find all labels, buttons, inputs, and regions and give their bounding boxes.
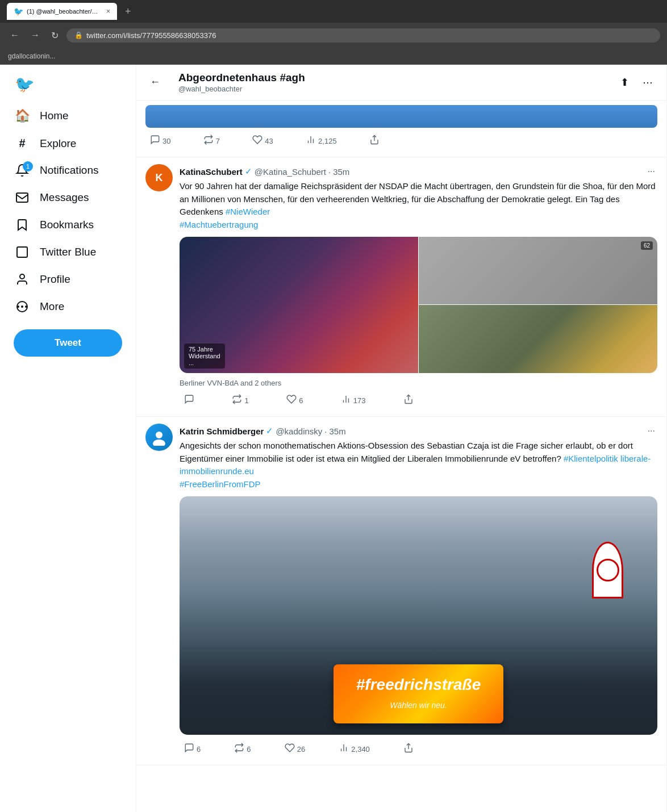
tweet-katina: K KatinaSchubert ✓ @Katina_Schubert · 35…: [136, 157, 666, 417]
view-button-katrin[interactable]: 2,340: [334, 740, 374, 758]
first-tweet-retweet-count: 7: [216, 137, 220, 145]
tweet-actions-katrin: 6 6: [180, 740, 418, 758]
username-katrin[interactable]: @kaddinsky: [276, 426, 322, 436]
address-bar[interactable]: 🔒 twitter.com/i/lists/777955586638053376: [66, 28, 660, 43]
sidebar-label-messages: Messages: [40, 191, 89, 204]
view-count-katrin: 2,340: [351, 745, 370, 754]
sidebar-label-more: More: [40, 300, 64, 313]
sidebar-item-bookmarks[interactable]: Bookmarks: [7, 211, 129, 238]
verified-icon-katrin: ✓: [266, 426, 273, 436]
retweet-button-katrin[interactable]: 6: [230, 740, 255, 758]
first-tweet-view-button[interactable]: 2,125: [301, 132, 341, 150]
new-tab-button[interactable]: +: [122, 6, 135, 18]
twitter-logo[interactable]: 🐦: [7, 69, 129, 99]
comment-icon: [150, 135, 160, 148]
sidebar-item-home[interactable]: 🏠 Home: [7, 102, 129, 130]
sidebar-item-profile[interactable]: Profile: [7, 266, 129, 293]
image-katrin[interactable]: #freedrichstraßeWählen wir neu.: [180, 496, 657, 735]
first-tweet-share-button[interactable]: [365, 132, 384, 150]
explore-icon: #: [15, 137, 30, 150]
sidebar-item-messages[interactable]: Messages: [7, 184, 129, 211]
image-bottom-right-katina[interactable]: [419, 305, 658, 373]
comment-icon: [184, 743, 194, 756]
browser-tab[interactable]: 🐦 (1) @wahl_beobachter/A... ×: [7, 3, 117, 20]
back-to-list-button[interactable]: ←: [145, 72, 165, 93]
url-text: twitter.com/i/lists/777955586638053376: [86, 31, 216, 40]
like-count-katrin: 26: [297, 745, 305, 754]
retweet-button-katina[interactable]: 1: [227, 392, 253, 409]
tab-favicon-icon: 🐦: [14, 7, 23, 16]
comment-count-katrin: 6: [197, 745, 201, 754]
share-icon: [403, 743, 414, 756]
tweet-more-katina[interactable]: ···: [645, 164, 657, 179]
display-name-katina[interactable]: KatinaSchubert: [180, 167, 243, 177]
share-icon: [369, 135, 380, 148]
view-button-katina[interactable]: 173: [336, 392, 370, 409]
content-area: ← Abgeordnetenhaus #agh @wahl_beobachter…: [136, 65, 667, 812]
sidebar-label-profile: Profile: [40, 273, 70, 286]
comment-button-katina[interactable]: [180, 392, 199, 409]
tab-close-button[interactable]: ×: [106, 7, 110, 15]
tweet-button[interactable]: Tweet: [14, 329, 122, 357]
sidebar-item-explore[interactable]: # Explore: [7, 130, 129, 157]
sidebar-item-more[interactable]: More: [7, 293, 129, 320]
svg-point-16: [153, 440, 165, 446]
svg-point-15: [156, 432, 162, 438]
hashtag1-katina[interactable]: #NieWieder: [226, 207, 270, 216]
retweet-icon: [232, 394, 242, 407]
hashtag1-katrin[interactable]: #FreeBerlinFromFDP: [180, 479, 261, 489]
retweet-count-katrin: 6: [247, 745, 251, 754]
svg-point-2: [20, 274, 24, 279]
share-button-katrin[interactable]: [399, 740, 418, 758]
reload-button[interactable]: ↻: [48, 28, 62, 43]
list-title: Abgeordnetenhaus #agh: [178, 72, 305, 85]
avatar-katina[interactable]: K: [145, 164, 173, 191]
first-tweet-like-button[interactable]: 43: [248, 132, 277, 150]
image-top-right-katina[interactable]: 62: [419, 237, 658, 305]
first-tweet-comment-button[interactable]: 30: [145, 132, 175, 150]
verified-icon-katina: ✓: [245, 166, 252, 177]
twitter-blue-icon: [15, 245, 30, 259]
share-list-button[interactable]: ⬆: [616, 72, 633, 93]
like-button-katrin[interactable]: 26: [280, 740, 310, 758]
extension-item[interactable]: gdallocationin...: [8, 52, 55, 60]
username-katina[interactable]: @Katina_Schubert: [255, 167, 326, 177]
svg-point-5: [18, 306, 19, 307]
forward-button[interactable]: →: [27, 28, 43, 43]
like-button-katina[interactable]: 6: [282, 392, 307, 409]
svg-rect-1: [17, 247, 27, 257]
tweet-more-katrin[interactable]: ···: [645, 424, 657, 438]
view-count-katina: 173: [353, 396, 366, 405]
first-tweet-view-count: 2,125: [318, 137, 337, 145]
list-header: ← Abgeordnetenhaus #agh @wahl_beobachter…: [136, 65, 666, 101]
hashtag2-katina[interactable]: #Machtuebertragung: [180, 220, 258, 229]
browser-nav-bar: ← → ↻ 🔒 twitter.com/i/lists/777955586638…: [0, 23, 667, 48]
retweet-icon: [234, 743, 244, 756]
list-title-block: Abgeordnetenhaus #agh @wahl_beobachter: [178, 72, 305, 93]
tweet-user-info-katina: KatinaSchubert ✓ @Katina_Schubert · 35m: [180, 166, 349, 177]
more-list-button[interactable]: ⋯: [638, 72, 657, 93]
bookmarks-icon: [15, 218, 30, 232]
chart-icon: [341, 394, 351, 407]
tweet-body-katina: KatinaSchubert ✓ @Katina_Schubert · 35m …: [180, 164, 657, 409]
back-button[interactable]: ←: [7, 28, 23, 43]
avatar-katrin[interactable]: [145, 424, 173, 451]
image-caption-katina: Berliner VVN-BdA and 2 others: [180, 379, 657, 387]
sidebar-item-twitter-blue[interactable]: Twitter Blue: [7, 238, 129, 266]
messages-icon: [15, 191, 30, 204]
chart-icon: [306, 135, 316, 148]
sidebar-item-notifications[interactable]: Notifications 1: [7, 157, 129, 184]
display-name-katrin[interactable]: Katrin Schmidberger: [180, 426, 264, 436]
image-left-katina[interactable]: 75 JahreWiderstand...: [180, 237, 419, 373]
time-katrin: 35m: [329, 426, 345, 436]
tweet-actions-katina: 1 6: [180, 392, 418, 409]
image-grid-katina[interactable]: 75 JahreWiderstand... 62: [180, 237, 657, 373]
share-button-katina[interactable]: [399, 392, 418, 409]
first-tweet-actions: 30 7: [145, 132, 384, 150]
comment-icon: [184, 394, 194, 407]
comment-button-katrin[interactable]: 6: [180, 740, 205, 758]
first-tweet-retweet-button[interactable]: 7: [199, 132, 224, 150]
notification-badge: 1: [23, 161, 33, 171]
dot-separator: ·: [324, 426, 327, 436]
share-icon: [403, 394, 414, 407]
